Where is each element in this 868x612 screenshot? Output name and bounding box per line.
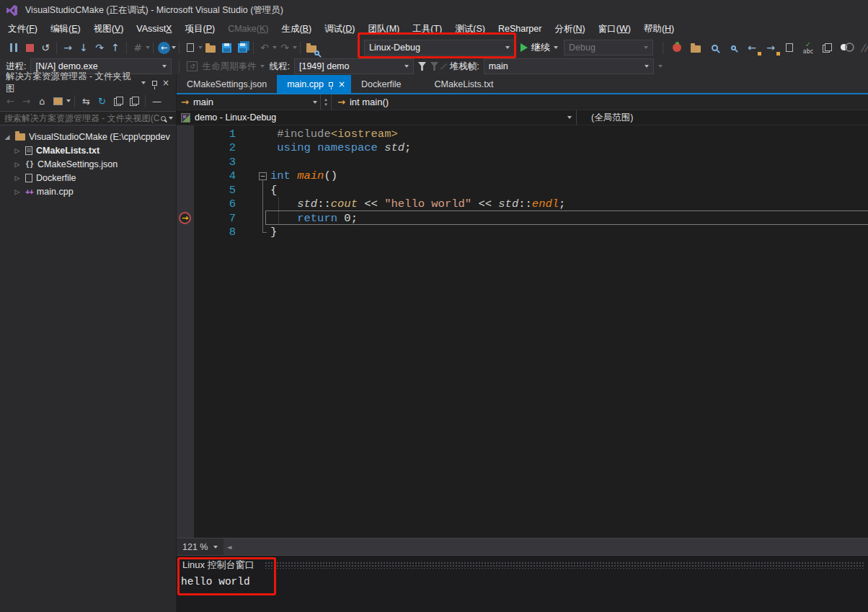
panel-grip[interactable]: [265, 562, 865, 569]
undo-button[interactable]: ↶: [257, 40, 273, 56]
home-button[interactable]: ⌂: [35, 94, 50, 109]
menu-item-9[interactable]: 工具(T): [406, 21, 448, 37]
menu-item-12[interactable]: 分析(N): [548, 21, 591, 37]
search-input[interactable]: [4, 113, 161, 123]
pin-tab-icon[interactable]: [329, 82, 333, 87]
collapsed-arrow-icon[interactable]: ▷: [13, 147, 22, 154]
auto-hide-pin-button[interactable]: [149, 77, 161, 89]
continue-button[interactable]: 继续: [521, 40, 558, 56]
navigate-back-button[interactable]: ←: [3, 94, 18, 109]
tree-item-cmakesettings[interactable]: ▷ {} CMakeSettings.json: [0, 157, 176, 171]
stop-debug-button[interactable]: [22, 40, 37, 56]
duplicate-button[interactable]: [126, 94, 141, 109]
switch-views-button[interactable]: [50, 94, 66, 109]
menu-item-5[interactable]: CMake(K): [221, 22, 275, 36]
show-next-statement-button[interactable]: →: [60, 40, 76, 56]
zoom-control[interactable]: 121 %: [177, 538, 223, 555]
expanded-arrow-icon[interactable]: ◢: [3, 133, 12, 141]
collapsed-arrow-icon[interactable]: ▷: [13, 161, 22, 168]
debugbar-overflow-chevron[interactable]: [658, 65, 663, 68]
menu-item-8[interactable]: 团队(M): [361, 21, 406, 37]
open-folder-button[interactable]: [203, 40, 218, 56]
code-line-8[interactable]: 8}: [177, 226, 868, 240]
save-button[interactable]: [218, 40, 234, 56]
switch-views-chevron[interactable]: [66, 99, 71, 102]
scroll-left-arrow-icon[interactable]: ◄: [226, 544, 231, 551]
stack-frame-dropdown[interactable]: main: [484, 58, 654, 74]
tab-dockerfile[interactable]: Dockerfile: [351, 75, 412, 93]
pause-button[interactable]: [6, 40, 22, 56]
collapse-region-button[interactable]: −: [259, 172, 267, 180]
continue-dropdown-chevron[interactable]: [554, 46, 558, 49]
spin-down-icon[interactable]: ▾: [324, 102, 327, 107]
menu-item-1[interactable]: 编辑(E): [44, 21, 87, 37]
code-editor[interactable]: − → 1 #include<iostream>2 using namespac…: [177, 125, 868, 538]
menu-item-4[interactable]: 项目(P): [178, 21, 221, 37]
code-line-1[interactable]: 1 #include<iostream>: [177, 127, 868, 141]
show-threads-button[interactable]: #: [130, 40, 146, 56]
open-file-in-solution-button[interactable]: [688, 40, 704, 56]
code-line-5[interactable]: 5{: [177, 183, 868, 198]
menu-item-3[interactable]: VAssistX: [130, 22, 178, 36]
code-line-2[interactable]: 2 using namespace std;: [177, 141, 868, 156]
collapsed-arrow-icon[interactable]: ▷: [13, 188, 22, 195]
filter-flagged-button[interactable]: [430, 62, 438, 71]
menu-item-11[interactable]: ReSharper: [492, 22, 548, 36]
scope-dropdown[interactable]: → main: [177, 94, 321, 110]
menu-item-13[interactable]: 窗口(W): [592, 21, 637, 37]
menu-item-10[interactable]: 测试(S): [448, 21, 492, 37]
thread-dropdown[interactable]: [1949] demo: [294, 58, 414, 74]
search-options-chevron[interactable]: [169, 117, 173, 120]
find-references-button[interactable]: [725, 40, 741, 56]
redo-button[interactable]: ↷: [277, 40, 293, 56]
navigate-previous-button[interactable]: ←: [744, 40, 760, 56]
suspend-threads-button[interactable]: ⁄⁄: [442, 62, 446, 71]
comment-button[interactable]: //: [856, 40, 868, 56]
sync-with-active-document-button[interactable]: ⇆: [79, 94, 94, 109]
tree-item-dockerfile[interactable]: ▷ Dockerfile: [0, 171, 176, 185]
member-indicator[interactable]: → int main(): [332, 97, 868, 107]
console-header[interactable]: Linux 控制台窗口: [177, 556, 868, 575]
step-out-button[interactable]: ↑: [107, 40, 123, 56]
window-position-button[interactable]: [138, 77, 149, 89]
vassistx-options-button[interactable]: [669, 40, 685, 56]
lifecycle-events-label[interactable]: 生命周期事件: [202, 61, 256, 73]
lifecycle-chevron[interactable]: [260, 65, 265, 68]
tab-cmakelists-txt[interactable]: CMakeLists.txt: [425, 75, 504, 93]
navigate-next-button[interactable]: →: [763, 40, 779, 56]
tree-item-root-folder[interactable]: ◢ VisualStudioCMake (E:\cpp\cppdev: [0, 130, 176, 143]
solution-config-dropdown[interactable]: Linux-Debug: [364, 40, 515, 56]
copy-path-button[interactable]: [110, 94, 125, 109]
collapse-all-button[interactable]: —: [149, 94, 164, 109]
run-config-dropdown[interactable]: Debug: [564, 40, 653, 56]
code-line-6[interactable]: 6 std::cout << "hello world" << std::end…: [177, 198, 868, 212]
refactor-button[interactable]: [838, 40, 854, 56]
menu-item-0[interactable]: 文件(F): [1, 21, 44, 37]
navigate-dropdown-chevron[interactable]: [172, 46, 176, 49]
menu-item-14[interactable]: 帮助(H): [637, 21, 681, 37]
filter-threads-button[interactable]: [418, 62, 426, 71]
redo-dropdown-chevron[interactable]: [293, 46, 297, 49]
tree-item-cmakelists[interactable]: ▷ CMakeLists.txt: [0, 143, 176, 157]
browse-button[interactable]: [304, 40, 319, 56]
spell-check-button[interactable]: ✓abc: [800, 40, 816, 56]
scope-indicator[interactable]: (全局范围): [577, 112, 868, 124]
navigate-backward-button[interactable]: ←: [158, 42, 170, 54]
close-tab-icon[interactable]: ×: [338, 79, 345, 89]
code-line-3[interactable]: 3: [177, 155, 868, 169]
code-line-4[interactable]: 4int main(): [177, 169, 868, 184]
collapsed-arrow-icon[interactable]: ▷: [13, 174, 22, 182]
tab-cmakesettings-json[interactable]: CMakeSettings.json: [177, 75, 277, 93]
menu-item-7[interactable]: 调试(D): [318, 21, 361, 37]
save-all-button[interactable]: [234, 40, 250, 56]
step-into-button[interactable]: ↓: [76, 40, 92, 56]
menu-item-2[interactable]: 视图(V): [87, 21, 130, 37]
clone-find-button[interactable]: [819, 40, 835, 56]
refresh-button[interactable]: ↻: [94, 94, 110, 109]
paste-history-button[interactable]: [781, 40, 797, 56]
horizontal-scrollbar[interactable]: ◄: [223, 538, 868, 555]
menu-item-6[interactable]: 生成(B): [275, 21, 318, 37]
step-over-button[interactable]: ↷: [92, 40, 107, 56]
toolbar-overflow-chevron[interactable]: [146, 46, 150, 49]
new-file-button[interactable]: [182, 40, 198, 56]
